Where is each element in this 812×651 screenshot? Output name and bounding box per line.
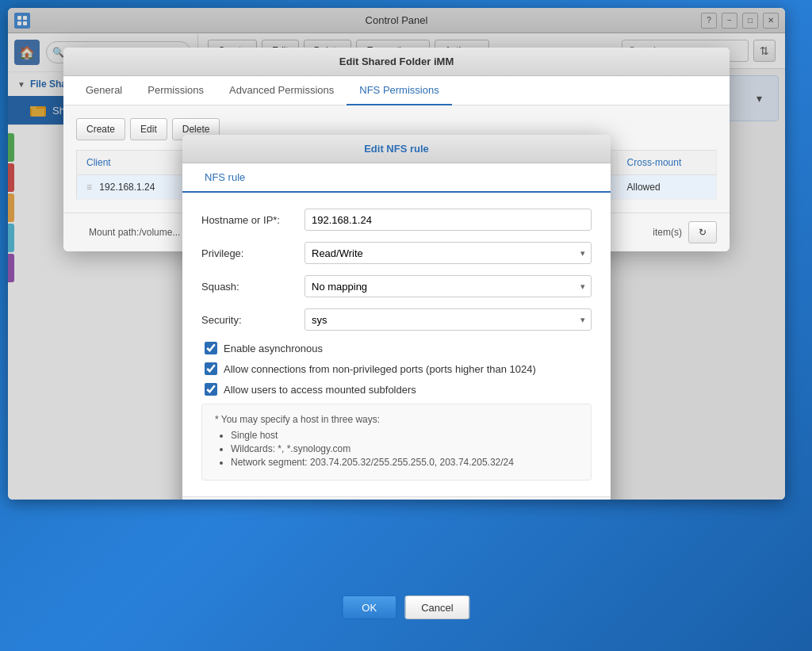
- nfs-rule-title: Edit NFS rule: [364, 143, 429, 155]
- hostname-label: Hostname or IP*:: [201, 214, 304, 226]
- tab-nfs-rule[interactable]: NFS rule: [192, 163, 258, 193]
- privilege-row: Privilege: Read/Write Read Only No Acces…: [201, 242, 592, 251]
- edit-nfs-rule-dialog: Edit NFS rule NFS rule Hostname or IP*: …: [182, 135, 611, 251]
- edit-shared-folder-dialog: Edit Shared Folder iMM General Permissio…: [63, 48, 730, 251]
- edit-nfs-rule-overlay: Edit NFS rule NFS rule Hostname or IP*: …: [63, 48, 730, 251]
- outer-ok-button[interactable]: OK: [342, 595, 396, 619]
- outer-dialog-buttons: OK Cancel: [342, 595, 469, 619]
- hostname-row: Hostname or IP*:: [201, 209, 592, 231]
- control-panel-window: Control Panel ? − □ ✕ 🏠 🔍 ▼ File Sharing: [8, 8, 785, 500]
- outer-cancel-button[interactable]: Cancel: [404, 595, 469, 619]
- privilege-label: Privilege:: [201, 247, 304, 252]
- edit-shared-folder-overlay: Edit Shared Folder iMM General Permissio…: [8, 8, 785, 500]
- nfs-rule-titlebar: Edit NFS rule: [182, 135, 611, 163]
- nfs-rule-tabs: NFS rule: [182, 163, 611, 193]
- privilege-select-wrap: Read/Write Read Only No Access ▾: [304, 242, 592, 251]
- hostname-input[interactable]: [304, 209, 592, 231]
- nfs-rule-content: Hostname or IP*: Privilege: Read/Write R…: [182, 193, 611, 251]
- privilege-select[interactable]: Read/Write Read Only No Access: [304, 242, 592, 251]
